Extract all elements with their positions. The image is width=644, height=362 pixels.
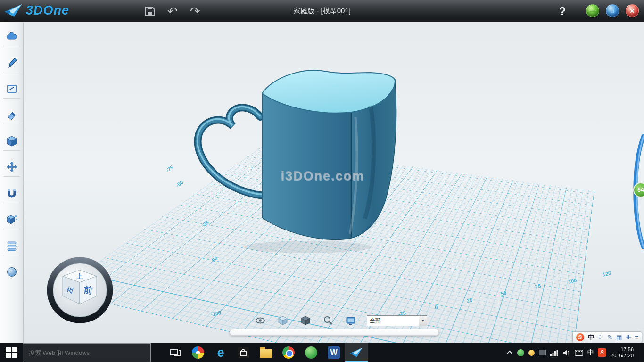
folder-icon <box>260 349 272 358</box>
redo-button[interactable]: ↷ <box>188 4 203 19</box>
app-file-explorer[interactable] <box>255 343 277 362</box>
tool-edit[interactable] <box>6 109 18 121</box>
sogou-logo-icon[interactable]: S <box>576 333 584 341</box>
word-icon: W <box>328 346 340 359</box>
magnifier-icon <box>323 315 333 326</box>
cube-icon <box>6 135 18 148</box>
app-word[interactable]: W <box>322 343 345 362</box>
ime-keyboard-icon[interactable]: ▦ <box>616 334 622 341</box>
mug-handle <box>198 107 268 196</box>
app-edge[interactable]: e <box>209 343 232 362</box>
sidebar-divider <box>3 176 20 177</box>
clock[interactable]: 17:56 2016/7/20 <box>611 346 635 359</box>
ime-menu-icon[interactable]: ≡ <box>635 334 638 341</box>
visibility-button[interactable] <box>254 314 267 327</box>
wireframe-mode-button[interactable] <box>299 314 312 327</box>
save-button[interactable] <box>142 4 157 19</box>
tray-display-icon[interactable] <box>539 350 546 355</box>
pinwheel-icon <box>192 346 204 359</box>
start-button[interactable] <box>0 343 23 362</box>
app-store[interactable] <box>232 343 255 362</box>
chevron-up-icon <box>506 350 513 355</box>
ime-indicator[interactable]: 中 <box>587 348 594 357</box>
task-view-button[interactable] <box>164 343 187 362</box>
tray-antivirus-icon[interactable] <box>517 349 524 356</box>
display-filter-value: 全部 <box>367 316 419 326</box>
combine-cube-icon <box>6 214 18 226</box>
3done-taskbar-icon <box>350 347 363 358</box>
primitives-icon <box>6 31 18 43</box>
network-icon[interactable] <box>550 349 558 356</box>
display-filter-dropdown[interactable]: 全部 ▾ <box>367 315 427 326</box>
browser-icon <box>282 346 295 359</box>
tray-updater-icon[interactable] <box>528 350 535 356</box>
windows-logo-icon <box>6 347 17 358</box>
sidebar-divider <box>3 98 20 99</box>
monitor-icon <box>346 315 356 326</box>
sidebar-divider <box>3 229 20 229</box>
show-desktop-button[interactable] <box>640 343 642 362</box>
taskbar-apps: e W <box>164 343 368 362</box>
display-toolbar: 全部 ▾ <box>254 313 427 328</box>
tool-material[interactable] <box>6 266 18 278</box>
tray-expand-button[interactable] <box>506 350 513 355</box>
taskbar: e W <box>0 343 644 362</box>
view-cube[interactable]: 上 左 前 <box>46 256 114 324</box>
search-input[interactable] <box>23 344 150 362</box>
eraser-icon <box>6 109 18 121</box>
zoom-button[interactable] <box>322 314 335 327</box>
view-slider-bar[interactable] <box>230 329 439 336</box>
sidebar-divider <box>3 203 20 203</box>
grid-label: -75 <box>165 165 174 173</box>
tool-sketch[interactable] <box>6 57 18 69</box>
app-360[interactable] <box>300 343 322 362</box>
app-logo: 3DOne <box>5 3 69 18</box>
sogou-tray-icon[interactable]: S <box>598 348 606 357</box>
screen-filter-button[interactable] <box>344 314 357 327</box>
tool-features[interactable] <box>6 135 18 148</box>
app-sogou-browser[interactable] <box>187 343 209 362</box>
ime-medical-icon[interactable]: ✚ <box>626 334 631 341</box>
brand-text: 3DOne <box>26 3 69 18</box>
view-cube-front-label: 前 <box>83 285 93 296</box>
tool-sidebar <box>0 22 24 343</box>
dropdown-arrow-button[interactable]: ▾ <box>419 316 427 326</box>
minimize-button[interactable]: — <box>586 4 599 17</box>
task-view-icon <box>170 347 181 358</box>
viewport[interactable]: -75-50-25-50-10050-250255075100125 i3DOn… <box>24 22 644 343</box>
sidebar-divider <box>3 72 20 72</box>
save-icon <box>144 5 156 17</box>
sphere-icon <box>6 266 18 278</box>
undo-button[interactable]: ↶ <box>165 4 180 19</box>
app-3done[interactable] <box>345 343 368 362</box>
tool-primitives[interactable] <box>6 31 18 43</box>
dark-cube-icon <box>300 315 311 326</box>
ime-pen-icon[interactable]: ✎ <box>607 334 612 341</box>
chevron-down-icon: ▾ <box>422 318 424 323</box>
clock-time: 17:56 <box>611 346 634 353</box>
close-button[interactable]: ✕ <box>626 4 639 17</box>
tool-list[interactable] <box>6 240 18 252</box>
window-title: 家庭版 - [模型001] <box>0 7 644 16</box>
clock-date: 2016/7/20 <box>611 353 634 359</box>
help-button[interactable]: ? <box>555 4 570 18</box>
ime-punctuation-icon[interactable]: ☾ <box>598 334 604 341</box>
touch-keyboard-icon[interactable] <box>575 350 583 356</box>
sidebar-divider <box>3 255 20 255</box>
ime-mode-toggle[interactable]: 中 <box>588 333 594 342</box>
shaded-mode-button[interactable] <box>276 314 289 327</box>
tool-sketch-plane[interactable] <box>6 83 18 95</box>
model-heart-mug[interactable] <box>183 60 409 258</box>
app-browser[interactable] <box>277 343 300 362</box>
maximize-button[interactable]: □ <box>606 4 619 17</box>
tool-combine[interactable] <box>6 214 18 226</box>
window-controls: — □ ✕ <box>586 4 639 17</box>
system-tray: 中 S 17:56 2016/7/20 <box>506 343 642 362</box>
sidebar-divider <box>3 150 20 151</box>
volume-icon[interactable] <box>562 349 570 356</box>
tool-assembly[interactable] <box>6 188 18 200</box>
sidebar-divider <box>3 124 20 124</box>
tool-move[interactable] <box>6 161 18 173</box>
model-shadow <box>244 241 372 253</box>
taskbar-search[interactable] <box>23 343 151 362</box>
